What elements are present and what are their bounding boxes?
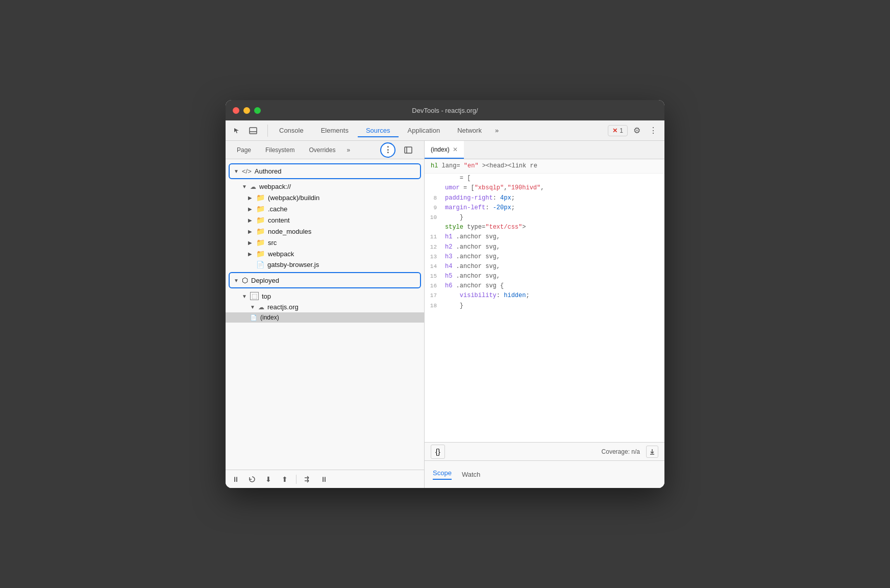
drawer-icon[interactable] [246,124,260,138]
line-content-13: h3 .anchor svg, [443,252,664,262]
file-icon-gatsby: 📄 [256,261,264,268]
scope-tab-scope[interactable]: Scope [433,469,452,480]
tab-application[interactable]: Application [400,124,449,137]
vertical-menu-icon[interactable]: ⋮ [646,124,660,138]
tab-more-button[interactable]: » [491,125,503,136]
tab-overrides[interactable]: Overrides [302,143,342,157]
folder-icon: 📁 [256,216,265,224]
webpack-node[interactable]: ▼ ☁ webpack:// [226,181,424,192]
title-bar: DevTools - reactjs.org/ [226,100,664,120]
line-content-9: margin-left: -20px; [443,203,664,213]
folder-chevron: ▶ [248,195,254,201]
code-line-13: 13 h3 .anchor svg, [425,252,664,262]
selected-file-bar[interactable]: 📄 (index) [226,312,424,323]
selected-file-label: (index) [260,314,279,321]
top-chevron: ▼ [242,293,248,299]
tab-elements[interactable]: Elements [313,124,357,137]
tree-item-webpack-buildin[interactable]: ▶ 📁 (webpack)/buildin [226,192,424,203]
code-line-11: 11 h1 .anchor svg, [425,232,664,242]
maximize-button[interactable] [254,107,261,114]
svg-rect-2 [405,147,412,153]
editor-tab-index[interactable]: (index) ✕ [425,141,464,159]
code-line-8: 8 padding-right: 4px; [425,193,664,203]
tab-network[interactable]: Network [449,124,490,137]
line-content: = [ [443,174,664,183]
tree-item-top[interactable]: ▼ ⬚ top [226,290,424,302]
tree-item-node-modules[interactable]: ▶ 📁 node_modules [226,226,424,237]
code-line-15: 15 h5 .anchor svg, [425,272,664,281]
scope-panel: Scope Watch [425,460,664,488]
code-line-17: 17 visibility: hidden; [425,291,664,301]
tree-item-gatsby[interactable]: 📄 gatsby-browser.js [226,259,424,270]
deactivate-breakpoints-icon[interactable]: ⏸ [318,473,330,485]
cursor-icon[interactable] [230,124,244,138]
debug-controls: ⏸ ⬇ ⬆ [230,473,420,485]
line-content: style type="text/css"> [443,223,664,232]
gear-icon[interactable]: ⚙ [630,124,644,138]
code-line-16: 16 h6 .anchor svg { [425,281,664,291]
code-lines: = [ umor = ["xbsqlp","190hivd", 8 paddin… [425,174,664,311]
debug-bar: ⏸ ⬇ ⬆ [226,470,424,488]
folder-label: webpack [268,250,294,258]
coverage-download-icon[interactable] [646,446,658,458]
folder-icon: 📁 [256,205,265,213]
tab-sources[interactable]: Sources [358,124,399,137]
tree-item-reactjs[interactable]: ▼ ☁ reactjs.org [226,302,424,312]
line-number-13: 13 [425,252,443,262]
tree-item-content[interactable]: ▶ 📁 content [226,214,424,226]
editor-tab-close[interactable]: ✕ [453,146,458,153]
tree-item-src[interactable]: ▶ 📁 src [226,237,424,248]
editor-tabs: (index) ✕ [425,141,664,159]
code-humor-line: umor = ["xbsqlp","190hivd", [425,183,664,193]
top-label: top [262,292,271,300]
cloud-icon-reactjs: ☁ [258,304,264,311]
scope-tabs: Scope Watch [425,469,488,480]
sidebar-toggle-button[interactable] [402,143,415,157]
coverage-label: Coverage: n/a [602,448,640,455]
folder-label: content [268,216,290,224]
step-out-icon[interactable]: ⬆ [279,473,291,485]
main-tab-bar: Console Elements Sources Application Net… [226,120,664,141]
error-icon: ✕ [612,127,617,134]
line-content-11: h1 .anchor svg, [443,232,664,242]
folder-label: node_modules [268,228,311,235]
code-line-14: 14 h4 .anchor svg, [425,262,664,272]
folder-chevron: ▶ [248,217,254,223]
line-number-12: 12 [425,242,443,252]
folder-icon: 📁 [256,227,265,235]
step-into-icon[interactable]: ⬇ [262,473,275,485]
deployed-section-header[interactable]: ▼ ⬡ Deployed [229,272,421,288]
line-content-14: h4 .anchor svg, [443,262,664,272]
code-line-9: 9 margin-left: -20px; [425,203,664,213]
line-number-9: 9 [425,203,443,213]
scope-tab-watch[interactable]: Watch [462,471,480,478]
tab-console[interactable]: Console [271,124,312,137]
step-icon[interactable] [302,473,314,485]
error-badge[interactable]: ✕ 1 [608,125,628,136]
format-button[interactable]: {} [431,445,445,459]
tab-page[interactable]: Page [230,143,258,157]
sub-tab-more-button[interactable]: » [342,144,354,156]
tree-item-webpack[interactable]: ▶ 📁 webpack [226,248,424,259]
authored-icon: </> [242,167,252,175]
error-count: 1 [620,127,623,134]
debug-separator [296,475,296,484]
authored-section-header[interactable]: ▼ </> Authored [229,163,421,179]
step-over-icon[interactable] [246,473,258,485]
left-panel: Page Filesystem Overrides » ⋮ [226,141,425,488]
webpack-chevron: ▼ [242,184,248,189]
folder-icon: 📁 [256,193,265,202]
line-number-8: 8 [425,193,443,203]
folder-label: .cache [268,205,287,213]
pause-icon[interactable]: ⏸ [230,473,242,485]
sub-tab-bar: Page Filesystem Overrides » ⋮ [226,141,424,159]
code-area[interactable]: hl lang= "en" ><head><link re = [ umor =… [425,159,664,442]
tree-item-cache[interactable]: ▶ 📁 .cache [226,203,424,214]
close-button[interactable] [233,107,239,114]
tab-filesystem[interactable]: Filesystem [258,143,302,157]
line-number-15: 15 [425,272,443,281]
deployed-chevron: ▼ [234,278,240,283]
window-title: DevTools - reactjs.org/ [412,107,478,114]
three-dot-menu-button[interactable]: ⋮ [380,142,395,158]
minimize-button[interactable] [243,107,250,114]
